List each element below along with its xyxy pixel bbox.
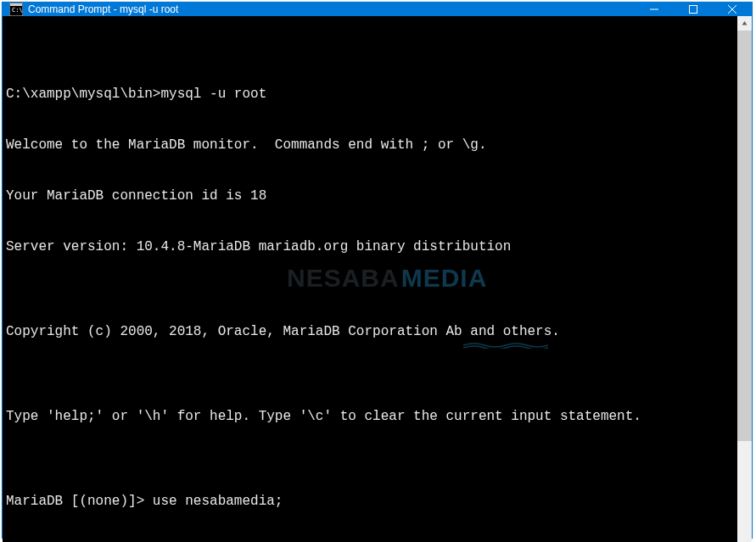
scrollbar-track[interactable] (737, 31, 752, 542)
terminal-line: C:\xampp\mysql\bin>mysql -u root (6, 86, 734, 103)
vertical-scrollbar[interactable] (737, 16, 752, 542)
window-title: Command Prompt - mysql -u root (28, 3, 635, 15)
cmd-icon: C:\ (9, 3, 23, 16)
close-button[interactable] (713, 3, 752, 16)
console-window: C:\ Command Prompt - mysql -u root C:\xa… (2, 2, 753, 539)
wave-icon (384, 293, 469, 299)
content-area: C:\xampp\mysql\bin>mysql -u root Welcome… (3, 16, 752, 542)
svg-text:C:\: C:\ (12, 7, 23, 14)
maximize-button[interactable] (674, 3, 713, 16)
terminal-output[interactable]: C:\xampp\mysql\bin>mysql -u root Welcome… (3, 16, 737, 542)
scrollbar-thumb[interactable] (737, 31, 752, 441)
terminal-line: Type 'help;' or '\h' for help. Type '\c'… (6, 408, 734, 425)
terminal-line: Copyright (c) 2000, 2018, Oracle, MariaD… (6, 323, 734, 340)
watermark-part1: NESABA (287, 262, 400, 294)
terminal-line: MariaDB [(none)]> use nesabamedia; (6, 493, 734, 510)
watermark-part2: MEDIA (401, 262, 488, 294)
terminal-line: Your MariaDB connection id is 18 (6, 187, 734, 204)
svg-rect-4 (690, 6, 697, 14)
svg-rect-1 (10, 3, 22, 6)
window-controls (635, 3, 752, 16)
titlebar[interactable]: C:\ Command Prompt - mysql -u root (3, 3, 752, 16)
minimize-button[interactable] (635, 3, 674, 16)
watermark-logo: NESABA MEDIA (287, 262, 487, 299)
scroll-up-button[interactable] (737, 16, 752, 31)
svg-marker-7 (742, 21, 748, 25)
terminal-line: Server version: 10.4.8-MariaDB mariadb.o… (6, 238, 734, 255)
terminal-line: Welcome to the MariaDB monitor. Commands… (6, 137, 734, 154)
